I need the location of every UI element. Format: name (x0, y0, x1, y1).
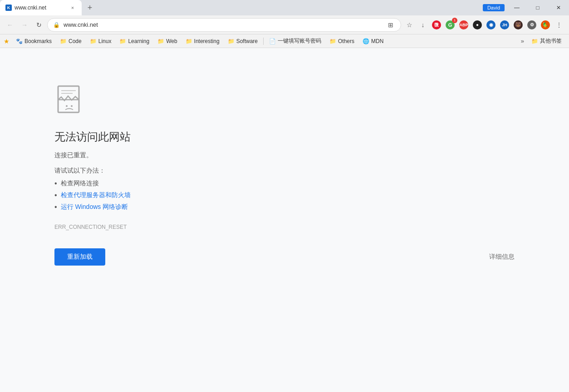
code-label: Code (69, 38, 82, 44)
autofill-label: 一键填写账号密码 (278, 37, 321, 45)
bookmark-item-linux[interactable]: 📁 Linux (86, 37, 115, 45)
toolbar-extension-icons: ☆ ↓ 微 G ABP ● ◉ JH 🐻 ⚙ (403, 19, 565, 31)
error-list-item-3: 运行 Windows 网络诊断 (54, 203, 131, 211)
browser-tab[interactable]: K www.cnki.net × (0, 0, 82, 15)
error-page-content: 无法访问此网站 连接已重置。 请试试以下办法： 检查网络连接 检查代理服务器和防… (0, 48, 569, 392)
jh-circle: JH (500, 20, 509, 29)
bookmark-item-learning[interactable]: 📁 Learning (116, 37, 153, 45)
learning-folder-icon: 📁 (119, 38, 126, 44)
tab-close-button[interactable]: × (69, 4, 76, 11)
run-diagnostics-link[interactable]: 运行 Windows 网络诊断 (61, 203, 128, 211)
dark-extension-icon[interactable]: ● (471, 19, 484, 31)
forward-button[interactable]: → (18, 19, 31, 31)
weibo-extension-icon[interactable]: 微 (430, 19, 443, 31)
bookmarks-more-button[interactable]: » (518, 37, 527, 45)
interesting-label: Interesting (194, 38, 220, 44)
error-list-item-2: 检查代理服务器和防火墙 (54, 191, 131, 199)
abp-circle: ABP (459, 20, 468, 29)
gray-circle: ⚙ (527, 20, 536, 29)
reload-button[interactable]: 重新加载 (54, 248, 105, 266)
error-list-item-1: 检查网络连接 (54, 179, 131, 188)
bookmarks-divider (263, 38, 264, 45)
software-label: Software (236, 38, 258, 44)
blue-circle: ◉ (486, 20, 495, 29)
bookmark-item-bookmarks[interactable]: 🐾 Bookmarks (12, 37, 55, 45)
parrot-extension-icon[interactable]: 🦜 (539, 19, 552, 31)
reload-button[interactable]: ↻ (33, 19, 45, 31)
dark-circle: ● (473, 20, 482, 29)
bookmark-item-code[interactable]: 📁 Code (56, 37, 85, 45)
linux-folder-icon: 📁 (90, 38, 97, 44)
web-folder-icon: 📁 (157, 38, 164, 44)
bookmark-star-icon[interactable]: ☆ (403, 19, 416, 31)
details-link[interactable]: 详细信息 (489, 253, 515, 261)
bookmark-item-autofill[interactable]: 📄 一键填写账号密码 (265, 36, 325, 46)
titlebar: K www.cnki.net × + David — □ ✕ (0, 0, 569, 15)
download-icon[interactable]: ↓ (417, 19, 429, 31)
others-label: Others (338, 38, 354, 44)
bookmarks-star-icon: ★ (4, 38, 10, 45)
linux-label: Linux (98, 38, 112, 44)
error-suggestion: 请试试以下办法： (54, 167, 105, 175)
green-extension-icon[interactable]: G (444, 19, 456, 31)
check-network-text: 检查网络连接 (61, 179, 99, 188)
security-icon: 🔒 (53, 22, 60, 28)
code-folder-icon: 📁 (60, 38, 67, 44)
bookmark-item-software[interactable]: 📁 Software (224, 37, 261, 45)
error-subtitle: 连接已重置。 (54, 151, 93, 160)
bookmark-item-other-bookmarks[interactable]: 📁 其他书签 (528, 36, 565, 46)
tab-title: www.cnki.net (15, 5, 66, 11)
titlebar-controls: David — □ ✕ (483, 0, 569, 15)
address-text: www.cnki.net (64, 21, 383, 28)
error-code: ERR_CONNECTION_RESET (54, 224, 127, 230)
software-folder-icon: 📁 (228, 38, 235, 44)
profile-badge[interactable]: David (483, 4, 505, 11)
jh-extension-icon[interactable]: JH (498, 19, 511, 31)
blue-extension-icon[interactable]: ◉ (485, 19, 497, 31)
learning-label: Learning (128, 38, 149, 44)
tab-favicon: K (5, 5, 12, 11)
error-suggestions-list: 检查网络连接 检查代理服务器和防火墙 运行 Windows 网络诊断 (54, 179, 131, 215)
bookmarks-label: Bookmarks (25, 38, 52, 44)
mdn-label: MDN (371, 38, 383, 44)
bookmark-item-web[interactable]: 📁 Web (154, 37, 181, 45)
more-options-button[interactable]: ⋮ (553, 19, 565, 31)
bookmarks-favicon: 🐾 (16, 38, 23, 44)
others-folder-icon: 📁 (329, 38, 336, 44)
other-bookmarks-label: 其他书签 (540, 37, 562, 45)
bear-extension-icon[interactable]: 🐻 (512, 19, 525, 31)
error-icon (54, 84, 86, 116)
weibo-circle: 微 (432, 20, 441, 29)
gray-extension-icon[interactable]: ⚙ (525, 19, 538, 31)
minimize-button[interactable]: — (506, 0, 527, 15)
parrot-circle: 🦜 (541, 20, 550, 29)
address-bar[interactable]: 🔒 www.cnki.net ⊞ (47, 18, 401, 32)
page-actions: 重新加载 详细信息 (54, 248, 515, 266)
close-button[interactable]: ✕ (548, 0, 569, 15)
other-folder-icon: 📁 (531, 38, 538, 44)
back-button[interactable]: ← (4, 19, 16, 31)
mdn-icon: 🌐 (363, 38, 369, 44)
bear-circle: 🐻 (514, 20, 523, 29)
green-circle: G (446, 20, 455, 29)
abp-extension-icon[interactable]: ABP (457, 19, 470, 31)
svg-point-4 (66, 105, 68, 107)
check-proxy-link[interactable]: 检查代理服务器和防火墙 (61, 191, 131, 199)
qr-code-icon[interactable]: ⊞ (386, 20, 395, 29)
web-label: Web (166, 38, 177, 44)
titlebar-left: K www.cnki.net × + (0, 0, 483, 15)
bookmark-item-mdn[interactable]: 🌐 MDN (359, 37, 387, 45)
bookmark-item-others[interactable]: 📁 Others (326, 37, 358, 45)
autofill-doc-icon: 📄 (269, 38, 276, 44)
svg-point-5 (71, 105, 73, 107)
bookmark-item-interesting[interactable]: 📁 Interesting (182, 37, 223, 45)
browser-toolbar: ← → ↻ 🔒 www.cnki.net ⊞ ☆ ↓ 微 G ABP ● ◉ (0, 15, 569, 34)
bookmarks-bar: ★ 🐾 Bookmarks 📁 Code 📁 Linux 📁 Learning … (0, 34, 569, 48)
new-tab-button[interactable]: + (82, 0, 98, 15)
error-title: 无法访问此网站 (54, 130, 131, 144)
interesting-folder-icon: 📁 (186, 38, 192, 44)
maximize-button[interactable]: □ (527, 0, 548, 15)
